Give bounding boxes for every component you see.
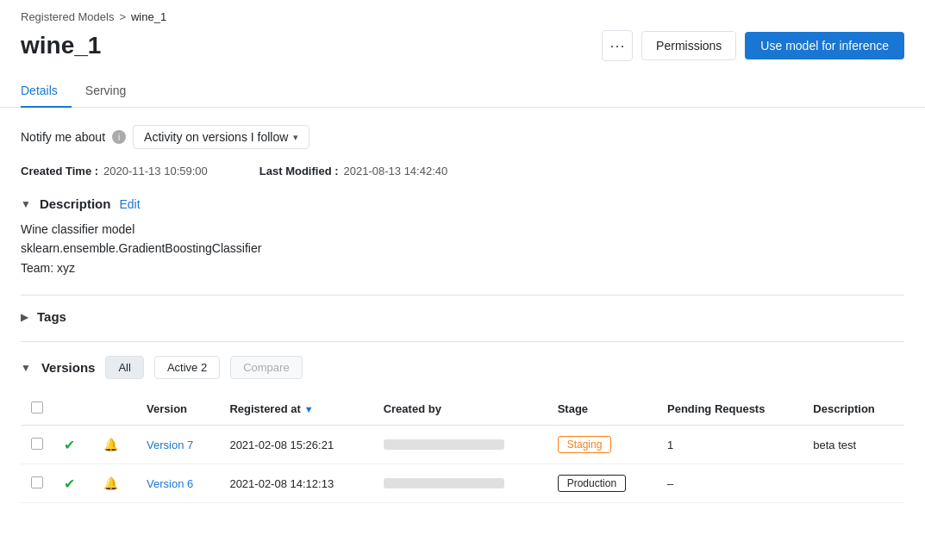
th-description: Description xyxy=(803,393,904,426)
tags-header: ▶ Tags xyxy=(21,309,904,324)
description-body: Wine classifier model sklearn.ensemble.G… xyxy=(21,220,904,277)
bell-icon-0[interactable]: 🔔 xyxy=(103,438,118,451)
th-version: Version xyxy=(136,393,219,426)
th-created-by: Created by xyxy=(373,393,547,426)
permissions-button[interactable]: Permissions xyxy=(641,31,736,60)
notify-dropdown-text: Activity on versions I follow xyxy=(144,130,288,144)
tab-serving[interactable]: Serving xyxy=(85,75,140,108)
version-link-1[interactable]: Version 6 xyxy=(147,477,193,490)
sort-arrow-icon: ▼ xyxy=(304,404,314,414)
filter-active-button[interactable]: Active 2 xyxy=(154,356,220,379)
pending-cell: 1 xyxy=(657,426,803,464)
stage-badge-0: Staging xyxy=(558,436,612,453)
divider-1 xyxy=(21,295,904,296)
description-line-2: sklearn.ensemble.GradientBoostingClassif… xyxy=(21,239,904,258)
description-header: ▼ Description Edit xyxy=(21,196,904,211)
filter-all-button[interactable]: All xyxy=(105,356,143,379)
description-line-1: Wine classifier model xyxy=(21,220,904,239)
last-modified: Last Modified : 2021-08-13 14:42:40 xyxy=(259,165,447,177)
tags-title: Tags xyxy=(37,309,66,324)
description-line-3: Team: xyz xyxy=(21,258,904,277)
page-container: Registered Models > wine_1 wine_1 ⋯ Perm… xyxy=(0,0,925,560)
table-row: ✔🔔Version 72021-02-08 15:26:21Staging1be… xyxy=(21,426,904,464)
bell-icon-1[interactable]: 🔔 xyxy=(103,476,118,490)
created-by-bar-0 xyxy=(384,439,504,450)
versions-toggle[interactable]: ▼ xyxy=(21,362,31,374)
description-cell xyxy=(803,464,904,503)
versions-section: ▼ Versions All Active 2 Compare Version xyxy=(21,356,904,503)
created-by-bar-1 xyxy=(384,478,504,488)
chevron-down-icon: ▾ xyxy=(293,132,298,143)
created-value: 2020-11-13 10:59:00 xyxy=(103,165,208,177)
description-title: Description xyxy=(40,196,111,211)
th-status xyxy=(53,393,93,426)
divider-2 xyxy=(21,341,904,342)
notify-label: Notify me about xyxy=(21,130,105,144)
registered-at-cell: 2021-02-08 15:26:21 xyxy=(219,426,372,464)
pending-cell: – xyxy=(657,464,803,503)
select-all-checkbox[interactable] xyxy=(31,401,43,414)
page-title: wine_1 xyxy=(21,32,101,59)
table-body: ✔🔔Version 72021-02-08 15:26:21Staging1be… xyxy=(21,426,904,503)
notify-row: Notify me about i Activity on versions I… xyxy=(21,125,904,149)
row-checkbox-0[interactable] xyxy=(31,438,43,450)
modified-value: 2021-08-13 14:42:40 xyxy=(344,165,448,177)
breadcrumb-parent[interactable]: Registered Models xyxy=(21,10,114,23)
table-header: Version Registered at ▼ Created by Stage… xyxy=(21,393,904,426)
description-cell: beta test xyxy=(803,426,904,464)
tags-toggle[interactable]: ▶ xyxy=(21,311,28,323)
description-toggle[interactable]: ▼ xyxy=(21,198,31,210)
breadcrumb: Registered Models > wine_1 xyxy=(0,0,925,27)
versions-title: Versions xyxy=(41,360,96,375)
notify-dropdown[interactable]: Activity on versions I follow ▾ xyxy=(133,125,309,149)
description-section: ▼ Description Edit Wine classifier model… xyxy=(21,196,904,277)
tabs-bar: Details Serving xyxy=(0,75,925,108)
th-checkbox xyxy=(21,393,53,426)
main-content: Notify me about i Activity on versions I… xyxy=(0,125,925,503)
more-options-button[interactable]: ⋯ xyxy=(602,30,633,61)
info-icon[interactable]: i xyxy=(112,130,126,144)
versions-table: Version Registered at ▼ Created by Stage… xyxy=(21,393,904,503)
status-icon-0: ✔ xyxy=(64,438,75,452)
tags-section: ▶ Tags xyxy=(21,309,904,324)
use-model-button[interactable]: Use model for inference xyxy=(745,32,904,59)
created-label: Created Time : xyxy=(21,165,98,177)
breadcrumb-current: wine_1 xyxy=(131,10,166,23)
row-checkbox-1[interactable] xyxy=(31,476,43,488)
modified-label: Last Modified : xyxy=(259,165,339,177)
th-registered-at[interactable]: Registered at ▼ xyxy=(219,393,372,426)
compare-button[interactable]: Compare xyxy=(230,356,302,379)
th-bell xyxy=(93,393,137,426)
status-icon-1: ✔ xyxy=(64,476,75,491)
table-row: ✔🔔Version 62021-02-08 14:12:13Production… xyxy=(21,464,904,503)
version-link-0[interactable]: Version 7 xyxy=(147,439,193,451)
meta-row: Created Time : 2020-11-13 10:59:00 Last … xyxy=(21,165,904,177)
th-stage: Stage xyxy=(547,393,657,426)
header-actions: ⋯ Permissions Use model for inference xyxy=(602,30,904,61)
th-pending: Pending Requests xyxy=(657,393,803,426)
stage-badge-1: Production xyxy=(558,475,626,492)
breadcrumb-separator: > xyxy=(119,10,126,23)
description-edit-link[interactable]: Edit xyxy=(119,197,140,211)
registered-at-cell: 2021-02-08 14:12:13 xyxy=(219,464,372,503)
versions-header: ▼ Versions All Active 2 Compare xyxy=(21,356,904,379)
created-time: Created Time : 2020-11-13 10:59:00 xyxy=(21,165,208,177)
page-header: wine_1 ⋯ Permissions Use model for infer… xyxy=(0,27,925,75)
tab-details[interactable]: Details xyxy=(21,75,72,108)
